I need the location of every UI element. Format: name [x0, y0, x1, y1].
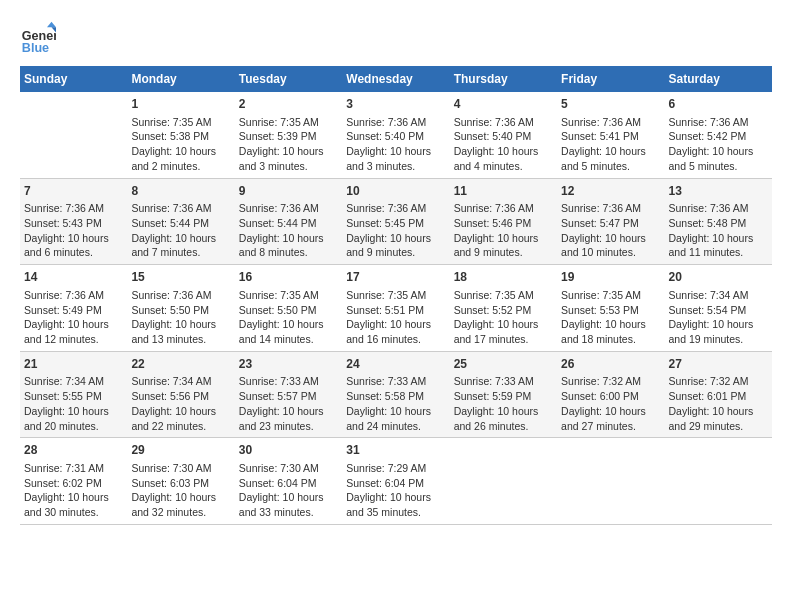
day-info: and 13 minutes. — [131, 332, 230, 347]
day-cell: 12Sunrise: 7:36 AMSunset: 5:47 PMDayligh… — [557, 178, 664, 265]
week-row-1: 1Sunrise: 7:35 AMSunset: 5:38 PMDaylight… — [20, 92, 772, 178]
day-info: and 8 minutes. — [239, 245, 338, 260]
day-info: and 35 minutes. — [346, 505, 445, 520]
day-number: 17 — [346, 269, 445, 286]
day-info: and 23 minutes. — [239, 419, 338, 434]
day-info: Daylight: 10 hours — [239, 144, 338, 159]
day-info: Daylight: 10 hours — [346, 404, 445, 419]
day-info: Daylight: 10 hours — [454, 144, 553, 159]
day-number: 15 — [131, 269, 230, 286]
day-cell: 2Sunrise: 7:35 AMSunset: 5:39 PMDaylight… — [235, 92, 342, 178]
day-info: Sunrise: 7:36 AM — [131, 201, 230, 216]
day-info: Sunrise: 7:33 AM — [454, 374, 553, 389]
day-number: 29 — [131, 442, 230, 459]
day-info: Daylight: 10 hours — [239, 231, 338, 246]
calendar-header: SundayMondayTuesdayWednesdayThursdayFrid… — [20, 66, 772, 92]
day-info: Daylight: 10 hours — [346, 231, 445, 246]
day-info: and 19 minutes. — [669, 332, 768, 347]
week-row-3: 14Sunrise: 7:36 AMSunset: 5:49 PMDayligh… — [20, 265, 772, 352]
day-info: and 33 minutes. — [239, 505, 338, 520]
day-number: 24 — [346, 356, 445, 373]
day-info: Daylight: 10 hours — [131, 490, 230, 505]
day-info: Sunset: 5:40 PM — [454, 129, 553, 144]
day-info: Daylight: 10 hours — [561, 317, 660, 332]
day-info: Sunrise: 7:33 AM — [346, 374, 445, 389]
day-info: Sunrise: 7:36 AM — [454, 201, 553, 216]
day-info: and 9 minutes. — [454, 245, 553, 260]
day-number: 6 — [669, 96, 768, 113]
day-number: 13 — [669, 183, 768, 200]
day-info: Daylight: 10 hours — [239, 317, 338, 332]
day-number: 11 — [454, 183, 553, 200]
day-info: Sunrise: 7:36 AM — [131, 288, 230, 303]
day-number: 27 — [669, 356, 768, 373]
day-info: Sunrise: 7:35 AM — [131, 115, 230, 130]
day-info: and 18 minutes. — [561, 332, 660, 347]
day-number: 9 — [239, 183, 338, 200]
day-info: Sunrise: 7:35 AM — [239, 288, 338, 303]
day-info: Sunset: 5:57 PM — [239, 389, 338, 404]
day-info: Sunrise: 7:36 AM — [24, 201, 123, 216]
day-info: and 24 minutes. — [346, 419, 445, 434]
day-info: Sunset: 5:39 PM — [239, 129, 338, 144]
day-cell: 24Sunrise: 7:33 AMSunset: 5:58 PMDayligh… — [342, 351, 449, 438]
day-cell: 26Sunrise: 7:32 AMSunset: 6:00 PMDayligh… — [557, 351, 664, 438]
logo: General Blue — [20, 20, 56, 56]
day-info: Sunset: 5:58 PM — [346, 389, 445, 404]
day-number: 12 — [561, 183, 660, 200]
col-header-wednesday: Wednesday — [342, 66, 449, 92]
day-number: 16 — [239, 269, 338, 286]
day-info: Daylight: 10 hours — [131, 404, 230, 419]
day-info: Sunrise: 7:30 AM — [239, 461, 338, 476]
day-cell: 23Sunrise: 7:33 AMSunset: 5:57 PMDayligh… — [235, 351, 342, 438]
day-info: Sunset: 5:49 PM — [24, 303, 123, 318]
day-number: 21 — [24, 356, 123, 373]
day-cell: 16Sunrise: 7:35 AMSunset: 5:50 PMDayligh… — [235, 265, 342, 352]
day-info: Sunrise: 7:36 AM — [239, 201, 338, 216]
day-info: Sunset: 5:48 PM — [669, 216, 768, 231]
day-info: Daylight: 10 hours — [669, 144, 768, 159]
day-cell: 29Sunrise: 7:30 AMSunset: 6:03 PMDayligh… — [127, 438, 234, 525]
day-info: Sunrise: 7:35 AM — [239, 115, 338, 130]
day-info: Sunset: 5:44 PM — [239, 216, 338, 231]
day-info: and 5 minutes. — [561, 159, 660, 174]
day-info: and 20 minutes. — [24, 419, 123, 434]
day-info: Daylight: 10 hours — [346, 144, 445, 159]
col-header-sunday: Sunday — [20, 66, 127, 92]
day-info: Sunset: 5:55 PM — [24, 389, 123, 404]
day-info: Sunrise: 7:34 AM — [131, 374, 230, 389]
day-info: Daylight: 10 hours — [24, 404, 123, 419]
day-info: Sunset: 5:43 PM — [24, 216, 123, 231]
day-info: Sunrise: 7:35 AM — [346, 288, 445, 303]
day-info: Sunrise: 7:29 AM — [346, 461, 445, 476]
day-info: and 11 minutes. — [669, 245, 768, 260]
day-info: Sunset: 5:56 PM — [131, 389, 230, 404]
day-info: Sunset: 5:50 PM — [131, 303, 230, 318]
day-info: Sunset: 5:53 PM — [561, 303, 660, 318]
svg-text:Blue: Blue — [22, 41, 49, 55]
day-info: Sunrise: 7:35 AM — [454, 288, 553, 303]
day-cell: 30Sunrise: 7:30 AMSunset: 6:04 PMDayligh… — [235, 438, 342, 525]
day-info: Sunrise: 7:32 AM — [561, 374, 660, 389]
week-row-4: 21Sunrise: 7:34 AMSunset: 5:55 PMDayligh… — [20, 351, 772, 438]
day-info: Daylight: 10 hours — [131, 231, 230, 246]
week-row-2: 7Sunrise: 7:36 AMSunset: 5:43 PMDaylight… — [20, 178, 772, 265]
day-info: and 16 minutes. — [346, 332, 445, 347]
day-number: 1 — [131, 96, 230, 113]
day-info: and 17 minutes. — [454, 332, 553, 347]
col-header-monday: Monday — [127, 66, 234, 92]
day-number: 22 — [131, 356, 230, 373]
col-header-friday: Friday — [557, 66, 664, 92]
day-cell: 17Sunrise: 7:35 AMSunset: 5:51 PMDayligh… — [342, 265, 449, 352]
day-info: and 3 minutes. — [239, 159, 338, 174]
day-cell: 7Sunrise: 7:36 AMSunset: 5:43 PMDaylight… — [20, 178, 127, 265]
day-info: Sunset: 5:41 PM — [561, 129, 660, 144]
day-info: Daylight: 10 hours — [561, 404, 660, 419]
day-info: Sunrise: 7:36 AM — [346, 201, 445, 216]
day-info: and 7 minutes. — [131, 245, 230, 260]
day-cell: 28Sunrise: 7:31 AMSunset: 6:02 PMDayligh… — [20, 438, 127, 525]
day-info: and 4 minutes. — [454, 159, 553, 174]
day-info: Sunrise: 7:36 AM — [561, 115, 660, 130]
day-number: 14 — [24, 269, 123, 286]
day-info: Sunset: 6:04 PM — [239, 476, 338, 491]
